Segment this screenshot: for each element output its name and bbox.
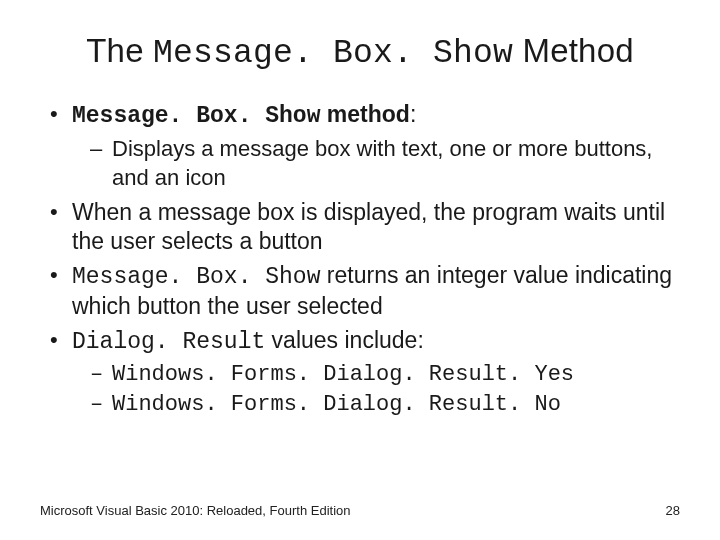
b4-code: Dialog. Result	[72, 329, 265, 355]
b4-sub2: Windows. Forms. Dialog. Result. No	[90, 391, 680, 419]
title-post: Method	[513, 32, 634, 69]
b1-sublist: Displays a message box with text, one or…	[90, 135, 680, 191]
b4-sublist: Windows. Forms. Dialog. Result. Yes Wind…	[90, 361, 680, 419]
title-pre: The	[86, 32, 153, 69]
b4-post: values include:	[265, 327, 424, 353]
bullet-4: Dialog. Result values include: Windows. …	[46, 326, 680, 420]
bullet-2: When a message box is displayed, the pro…	[46, 198, 680, 257]
footer: Microsoft Visual Basic 2010: Reloaded, F…	[40, 503, 680, 518]
b1-sub1: Displays a message box with text, one or…	[90, 135, 680, 191]
bullet-list: Message. Box. Show method: Displays a me…	[46, 100, 680, 419]
b1-code: Message. Box. Show	[72, 103, 320, 129]
bullet-1: Message. Box. Show method: Displays a me…	[46, 100, 680, 192]
b1-post: :	[410, 101, 416, 127]
title-code: Message. Box. Show	[153, 35, 513, 72]
b3-code: Message. Box. Show	[72, 264, 320, 290]
footer-book: Microsoft Visual Basic 2010: Reloaded, F…	[40, 503, 350, 518]
bullet-3: Message. Box. Show returns an integer va…	[46, 261, 680, 322]
slide: The Message. Box. Show Method Message. B…	[0, 0, 720, 540]
slide-title: The Message. Box. Show Method	[40, 32, 680, 72]
footer-page: 28	[666, 503, 680, 518]
b1-bold-post: method	[320, 101, 409, 127]
b4-sub1: Windows. Forms. Dialog. Result. Yes	[90, 361, 680, 389]
